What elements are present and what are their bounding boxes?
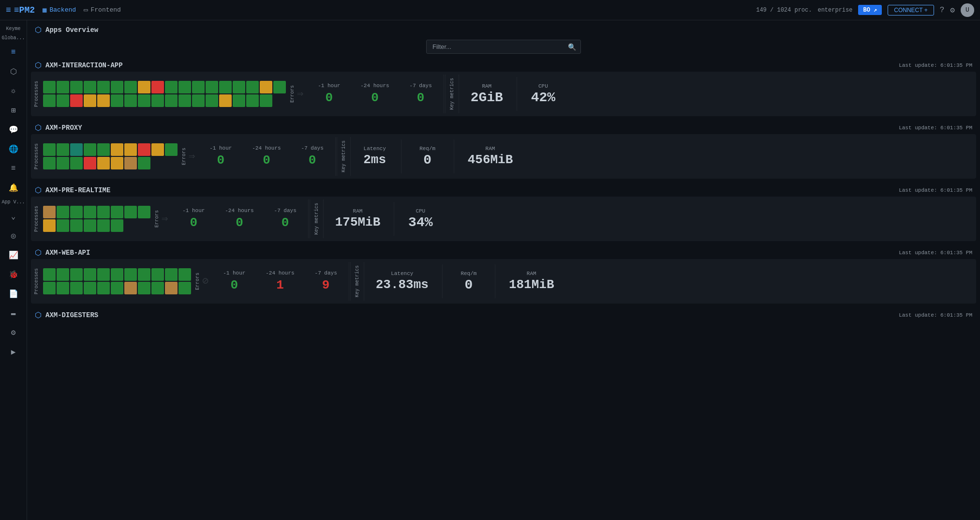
- stat-day-label-2: -24 hours: [225, 208, 253, 214]
- stat-day-label-3: -24 hours: [266, 270, 294, 276]
- enterprise-label: enterprise: [817, 7, 852, 14]
- app-icon-2: ⬡: [35, 185, 42, 195]
- stats-cols-1: -1 hour 0 -24 hours 0 -7 days 0: [199, 143, 334, 169]
- stat-hour-0: -1 hour 0: [307, 81, 351, 107]
- kpi-ram-0: RAM 2GiB: [459, 81, 515, 107]
- stat-week-label-2: -7 days: [274, 208, 297, 214]
- sidebar-icon-list[interactable]: ≡: [5, 160, 22, 177]
- app-title-row-3: ⬡ AXM-WEB-API Last update: 6:01:35 PM: [27, 245, 980, 259]
- stats-cols-0: -1 hour 0 -24 hours 0 -7 days 0: [307, 81, 442, 107]
- stat-week-3: -7 days 9: [304, 268, 348, 294]
- search-icon: 🔍: [568, 43, 576, 51]
- settings-icon[interactable]: ⚙: [950, 5, 955, 15]
- stat-hour-value-0: 0: [325, 91, 333, 105]
- stat-day-3: -24 hours 1: [256, 268, 304, 294]
- kpi-ram-label-1: RAM: [486, 146, 495, 152]
- stat-week-label-1: -7 days: [301, 145, 324, 151]
- filter-bar: 🔍: [27, 38, 980, 58]
- app-icon-0: ⬡: [35, 61, 42, 70]
- sidebar-icon-sun[interactable]: ☼: [5, 82, 22, 100]
- kpi-cpu-2: CPU 34%: [396, 206, 445, 232]
- main-content: ⬡ Apps Overview 🔍 ⬡ AXM-INTERACTION-APP …: [27, 20, 980, 520]
- last-update-3: Last update: 6:01:35 PM: [899, 250, 972, 256]
- process-grid-2: Processes: [34, 206, 150, 232]
- stat-week-value-3: 9: [322, 278, 330, 292]
- sidebar-icon-chevron[interactable]: ⌄: [5, 208, 22, 225]
- stats-cols-3: -1 hour 0 -24 hours 1 -7 days 9: [212, 268, 347, 294]
- nav-backend[interactable]: ▦ Backend: [43, 6, 76, 14]
- app-section-2: ⬡ AXM-PRE-REALTIME Last update: 6:01:35 …: [27, 183, 980, 241]
- app-section-4: ⬡ AXM-DIGESTERS Last update: 6:01:35 PM: [27, 307, 980, 321]
- key-metrics-label-3: Key metrics: [350, 262, 364, 301]
- avatar[interactable]: U: [961, 3, 974, 17]
- sidebar-icon-dashboard[interactable]: ◎: [5, 227, 22, 245]
- topnav-right: 149 / 1024 proc. enterprise BO ↗ CONNECT…: [756, 3, 974, 17]
- app-row-0: Processes Errors ⇒: [31, 72, 976, 116]
- kpi-ram-value-2: 175MiB: [335, 215, 381, 229]
- kpi-reqm-1: Req/m 0: [403, 144, 452, 169]
- kpi-cpu-label-2: CPU: [416, 208, 425, 214]
- kpi-latency-value-3: 23.83ms: [376, 277, 429, 292]
- errors-col-0: Errors ⇒: [286, 85, 307, 103]
- kpi-ram-1: RAM 456MiB: [456, 144, 525, 169]
- processes-label-2: Processes: [34, 206, 39, 232]
- kpi-ram-label-3: RAM: [527, 271, 536, 276]
- sidebar-icon-connect[interactable]: ⚙: [5, 324, 22, 341]
- app-title-row-4: ⬡ AXM-DIGESTERS Last update: 6:01:35 PM: [27, 307, 980, 321]
- kpi-ram-label-2: RAM: [353, 208, 363, 214]
- app-row-1: Processes Errors ⇒: [31, 134, 976, 179]
- last-update-0: Last update: 6:01:35 PM: [899, 62, 972, 68]
- errors-vert-label-1: Errors: [181, 148, 187, 165]
- sidebar-icon-chart[interactable]: 📈: [5, 246, 22, 264]
- kpi-cpu-0: CPU 42%: [519, 81, 567, 107]
- sidebar-icon-chat[interactable]: 💬: [5, 121, 22, 138]
- errors-col-1: Errors ⇒: [178, 148, 199, 165]
- hamburger-icon: ≡: [6, 5, 11, 15]
- bo-badge[interactable]: BO ↗: [858, 5, 882, 15]
- sidebar-icon-apps[interactable]: ⊞: [5, 102, 22, 119]
- process-grid-0: Processes: [34, 81, 286, 107]
- app-section-1: ⬡ AXM-PROXY Last update: 6:01:35 PM Proc…: [27, 120, 980, 179]
- nav-frontend[interactable]: ▭ Frontend: [84, 6, 121, 14]
- sidebar-icon-bell[interactable]: 🔔: [5, 179, 22, 197]
- key-metrics-label-2: Key metrics: [310, 199, 324, 238]
- processes-label-1: Processes: [34, 143, 39, 169]
- kpi-ram-value-1: 456MiB: [468, 153, 513, 167]
- app-title-row-2: ⬡ AXM-PRE-REALTIME Last update: 6:01:35 …: [27, 183, 980, 197]
- topnav: ≡ ≡PM2 ▦ Backend ▭ Frontend 149 / 1024 p…: [0, 0, 980, 20]
- errors-vert-label-3: Errors: [195, 273, 200, 290]
- apps-overview-header: ⬡ Apps Overview: [27, 20, 980, 38]
- app-name-2: AXM-PRE-REALTIME: [45, 186, 110, 194]
- kpi-latency-value-1: 2ms: [363, 153, 386, 167]
- sidebar-icon-globe[interactable]: 🌐: [5, 140, 22, 158]
- app-name-4: AXM-DIGESTERS: [45, 311, 98, 319]
- topnav-nav: ▦ Backend ▭ Frontend: [43, 6, 748, 14]
- errors-arrow-icon-3: ⊘: [202, 275, 208, 288]
- stat-week-0: -7 days 0: [399, 81, 443, 107]
- errors-arrow-icon-2: ⇒: [162, 212, 168, 225]
- app-section-3: ⬡ AXM-WEB-API Last update: 6:01:35 PM Pr…: [27, 245, 980, 304]
- kpi-ram-3: RAM 181MiB: [497, 269, 566, 294]
- last-update-4: Last update: 6:01:35 PM: [899, 312, 972, 318]
- frontend-icon: ▭: [84, 6, 88, 14]
- app-section-0: ⬡ AXM-INTERACTION-APP Last update: 6:01:…: [27, 58, 980, 116]
- kpi-latency-label-1: Latency: [364, 146, 386, 152]
- help-icon[interactable]: ?: [940, 6, 945, 15]
- last-update-2: Last update: 6:01:35 PM: [899, 187, 972, 193]
- sidebar-icon-bar[interactable]: ▬: [5, 305, 22, 322]
- app-name-0: AXM-INTERACTION-APP: [45, 61, 123, 69]
- sidebar-icon-hex[interactable]: ⬡: [5, 63, 22, 80]
- filter-input[interactable]: [426, 40, 581, 54]
- app-title-row-1: ⬡ AXM-PROXY Last update: 6:01:35 PM: [27, 120, 980, 134]
- connect-button[interactable]: CONNECT +: [888, 5, 934, 15]
- app-title-row-0: ⬡ AXM-INTERACTION-APP Last update: 6:01:…: [27, 58, 980, 72]
- stat-hour-label-3: -1 hour: [223, 270, 245, 276]
- stat-week-2: -7 days 0: [264, 206, 307, 232]
- sidebar-icon-grid[interactable]: ≡: [5, 44, 22, 61]
- sidebar-icon-doc[interactable]: 📄: [5, 285, 22, 303]
- kpi-ram-value-0: 2GiB: [471, 90, 503, 105]
- sidebar-icon-play[interactable]: ▶: [5, 343, 22, 361]
- kpi-reqm-label-3: Req/m: [460, 271, 476, 276]
- sidebar-icon-bug[interactable]: 🐞: [5, 266, 22, 283]
- key-metrics-label-0: Key metrics: [445, 75, 459, 113]
